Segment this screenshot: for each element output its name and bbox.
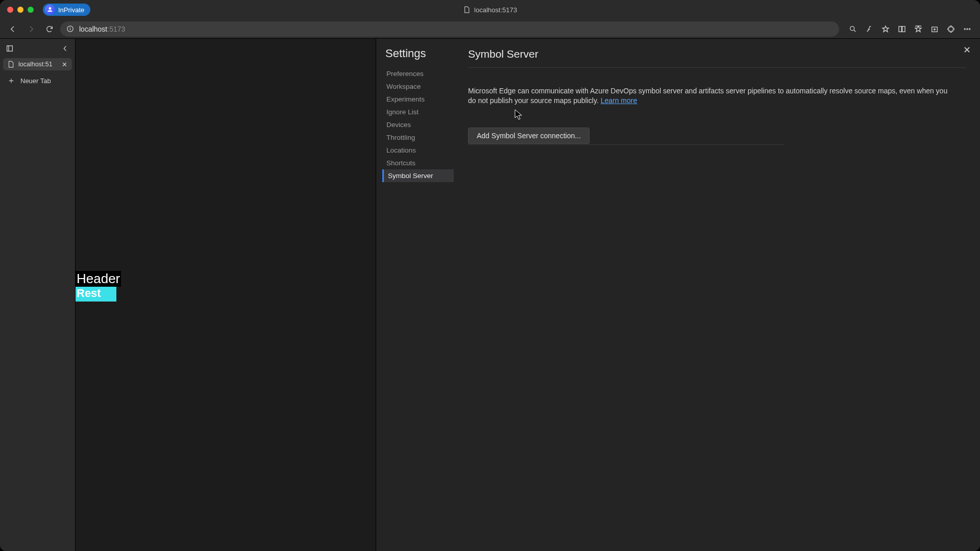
svg-point-9 [969, 28, 970, 29]
settings-item-throttling[interactable]: Throttling [382, 131, 454, 144]
page-rest-text: Rest [76, 287, 116, 302]
window-close-button[interactable] [7, 7, 13, 13]
collections-icon[interactable] [927, 21, 942, 37]
page-viewport: Header Rest [76, 39, 376, 551]
tab-close-button[interactable]: ✕ [61, 61, 68, 68]
close-settings-button[interactable]: ✕ [961, 44, 973, 56]
refresh-button[interactable] [42, 21, 57, 37]
tab-title: localhost:51 [18, 61, 57, 68]
read-aloud-icon[interactable] [862, 21, 877, 37]
svg-point-3 [850, 26, 854, 30]
page-icon [463, 6, 470, 13]
inprivate-label: InPrivate [58, 6, 84, 14]
address-text: localhost:5173 [79, 25, 125, 33]
svg-point-7 [964, 28, 965, 29]
collapse-sidebar-button[interactable] [59, 42, 72, 55]
settings-sidebar: Settings PreferencesWorkspaceExperiments… [376, 39, 454, 551]
settings-content: Symbol Server Microsoft Edge can communi… [454, 39, 980, 551]
window-title: localhost:5173 [463, 6, 517, 14]
settings-item-experiments[interactable]: Experiments [382, 93, 454, 106]
new-tab-button[interactable]: ＋ Neuer Tab [3, 73, 72, 88]
svg-rect-5 [902, 26, 905, 32]
new-tab-label: Neuer Tab [20, 77, 51, 85]
split-screen-icon[interactable] [894, 21, 910, 37]
devtools-settings-panel: Settings PreferencesWorkspaceExperiments… [376, 39, 980, 551]
settings-item-locations[interactable]: Locations [382, 144, 454, 157]
site-info-icon[interactable] [66, 25, 74, 33]
incognito-icon [45, 5, 55, 15]
tab-item[interactable]: localhost:51 ✕ [3, 58, 72, 70]
svg-rect-2 [70, 27, 70, 28]
page-icon [7, 61, 14, 68]
settings-title: Settings [382, 47, 454, 60]
settings-item-shortcuts[interactable]: Shortcuts [382, 157, 454, 169]
learn-more-link[interactable]: Learn more [601, 96, 638, 105]
favorite-icon[interactable] [878, 21, 893, 37]
vertical-tabs-sidebar: localhost:51 ✕ ＋ Neuer Tab [0, 39, 76, 551]
inprivate-badge[interactable]: InPrivate [43, 4, 90, 16]
favorites-bar-icon[interactable] [911, 21, 926, 37]
window-minimize-button[interactable] [17, 7, 23, 13]
svg-rect-4 [899, 26, 901, 32]
add-symbol-server-button[interactable]: Add Symbol Server connection... [468, 128, 590, 144]
zoom-icon[interactable] [845, 21, 861, 37]
settings-item-ignore-list[interactable]: Ignore List [382, 106, 454, 118]
settings-item-preferences[interactable]: Preferences [382, 67, 454, 80]
svg-rect-10 [7, 46, 13, 52]
settings-heading: Symbol Server [468, 48, 966, 68]
window-maximize-button[interactable] [28, 7, 34, 13]
settings-description: Microsoft Edge can communicate with Azur… [468, 86, 948, 106]
window-titlebar: InPrivate localhost:5173 [0, 0, 980, 19]
extensions-icon[interactable] [943, 21, 959, 37]
settings-item-workspace[interactable]: Workspace [382, 80, 454, 93]
address-bar[interactable]: localhost:5173 [60, 21, 839, 37]
more-icon[interactable] [960, 21, 975, 37]
page-header-text: Header [76, 271, 121, 287]
divider [468, 144, 785, 145]
forward-button[interactable] [23, 21, 39, 37]
svg-rect-1 [70, 28, 70, 30]
svg-point-8 [967, 28, 968, 29]
browser-toolbar: localhost:5173 [0, 19, 980, 39]
settings-item-devices[interactable]: Devices [382, 118, 454, 131]
tab-actions-button[interactable] [3, 42, 16, 55]
back-button[interactable] [5, 21, 20, 37]
settings-item-symbol-server[interactable]: Symbol Server [382, 169, 454, 182]
plus-icon: ＋ [7, 77, 15, 85]
